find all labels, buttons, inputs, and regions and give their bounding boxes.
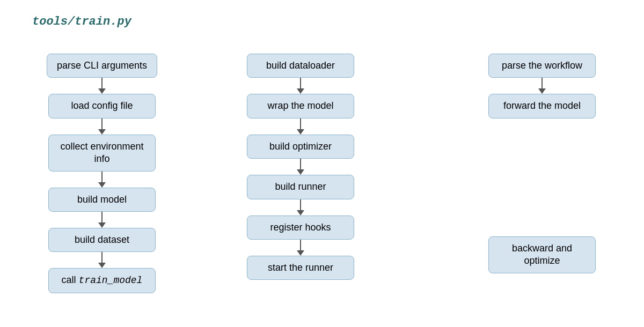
node-backward-optimize: backward andoptimize [488,236,596,273]
file-title: tools/train.py [32,15,131,28]
arrow-c2-2 [297,118,304,135]
node-build-optimizer: build optimizer [247,135,354,159]
column-1: parse CLI arguments load config file col… [16,54,188,293]
node-collect-env: collect environmentinfo [48,135,156,172]
node-register-hooks: register hooks [247,215,354,240]
node-forward-model: forward the model [488,94,596,118]
arrow-c2-5 [297,240,304,256]
arrow-c3-1 [538,78,546,94]
node-build-model: build model [48,188,156,212]
arrow-c2-3 [297,159,304,175]
column-3: parse the workflow forward the model bac… [451,54,633,273]
arrow-c2-1 [297,78,304,94]
arrow-4 [98,212,106,228]
flowchart: parse CLI arguments load config file col… [0,54,644,327]
node-load-config: load config file [48,94,156,118]
arrow-1 [98,78,106,94]
node-call-train: call train_model [48,268,156,293]
node-start-runner: start the runner [247,256,354,280]
node-build-dataset: build dataset [48,228,156,252]
node-build-runner: build runner [247,175,354,199]
node-build-dataloader: build dataloader [247,54,354,78]
node-parse-workflow: parse the workflow [488,54,596,78]
arrow-5 [98,252,106,268]
arrow-c2-4 [297,199,304,215]
node-parse-cli: parse CLI arguments [47,54,157,78]
column-2: build dataloader wrap the model build op… [209,54,392,280]
arrow-2 [98,118,106,135]
arrow-3 [98,172,106,188]
node-wrap-model: wrap the model [247,94,354,118]
